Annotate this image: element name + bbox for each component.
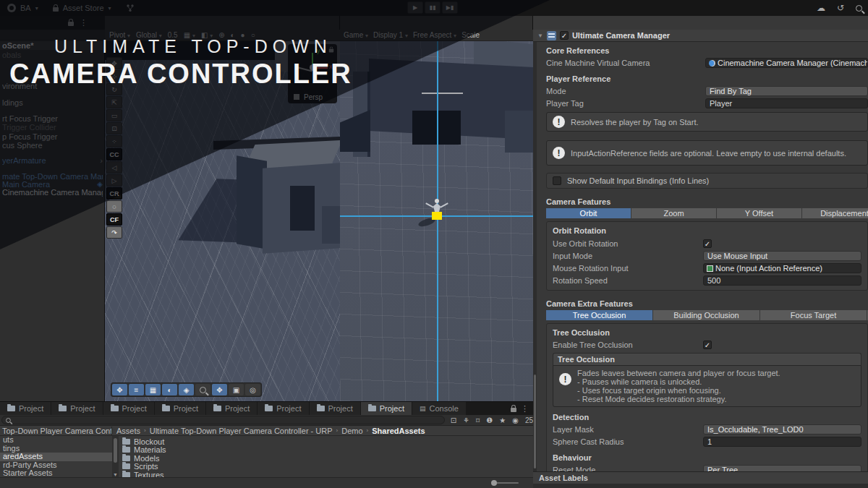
vcam-object-field[interactable]: Cinemachine Camera Manager (Cinemachine … (705, 58, 868, 68)
asset-store-menu[interactable]: Asset Store ▾ (46, 4, 119, 12)
input-mode-dropdown[interactable]: Use Mouse Input (703, 251, 861, 261)
component-enabled-checkbox[interactable]: ✓ (560, 31, 569, 40)
search-input[interactable] (14, 416, 441, 424)
feature-tab-orbit[interactable]: Orbit (546, 208, 631, 218)
tree-item[interactable]: rd-Party Assets (0, 461, 112, 470)
grid-overlay-button[interactable]: ▦ (145, 384, 161, 395)
folder-row[interactable]: Materials (122, 446, 533, 455)
use-orbit-checkbox[interactable]: ✓ (703, 239, 712, 248)
projection-mode-label[interactable]: Persp (304, 93, 323, 101)
search-by-type-icon[interactable]: ⊡ (451, 416, 456, 424)
hierarchy-item[interactable]: rt Focus Trigger (2, 114, 103, 123)
asset-labels-bar[interactable]: Asset Labels (533, 471, 868, 484)
hierarchy-item[interactable]: cus Sphere (2, 141, 103, 150)
tab-project[interactable]: Project (155, 402, 205, 415)
scene-viewport[interactable]: ✥ ⊹ ↻ ⇱ ▭ ⊡ ⁘ CC ◁ ▷ CR ◌ CF ↷ (105, 41, 340, 401)
layers-overlay-button[interactable]: ◈ (179, 384, 194, 395)
hierarchy-scene-row[interactable]: oScene* (0, 41, 103, 50)
lock-icon[interactable] (511, 408, 516, 412)
project-search-box[interactable] (1, 416, 445, 424)
scene-orientation-gizmo[interactable]: y x Persp (288, 44, 337, 103)
lock-icon[interactable] (68, 22, 74, 26)
tab-project[interactable]: Project (310, 402, 360, 415)
breadcrumb-assets[interactable]: Assets (116, 427, 140, 435)
hierarchy-item[interactable]: ldings (2, 98, 103, 107)
scrollbar-thumb[interactable] (534, 374, 536, 468)
tab-project[interactable]: Project (258, 402, 308, 415)
feature-tab-tree-occlusion[interactable]: Tree Occlusion (546, 310, 653, 320)
scroll-down-arrow[interactable]: ▼ (113, 472, 118, 477)
rect-tool-button[interactable]: ▭ (106, 109, 122, 121)
folder-row[interactable]: Scripts (122, 463, 533, 471)
foldout-icon[interactable]: ▼ (537, 33, 543, 39)
enable-tree-occlusion-checkbox[interactable]: ✓ (703, 341, 712, 349)
aspect-dropdown[interactable]: Free Aspect ▾ (413, 31, 456, 39)
scale-tool-button[interactable]: ⇱ (106, 96, 122, 108)
gizmos-overlay-button[interactable]: ✥ (212, 384, 227, 395)
component-header[interactable]: ▼ ✓ Ultimate Camera Manager (533, 30, 868, 42)
search-icon[interactable] (856, 5, 862, 12)
folder-row[interactable]: Blockout (122, 437, 533, 446)
cinemachine-cf-tool[interactable]: CF (106, 213, 122, 226)
feature-tab-yoffset[interactable]: Y Offset (717, 208, 802, 218)
follow-tool-button[interactable]: ↷ (106, 226, 122, 239)
version-control-button[interactable] (119, 4, 142, 12)
player-tag-dropdown[interactable]: Player (705, 98, 868, 108)
step-button[interactable]: ▶▮ (442, 1, 458, 14)
search-by-import-icon[interactable]: ⚘ (463, 416, 469, 424)
camera-overlay-button[interactable]: ▣ (229, 384, 244, 395)
sphere-cast-radius-field[interactable]: 1 (703, 437, 861, 447)
grid-increment-field[interactable]: 0.5 (168, 31, 178, 39)
tab-project[interactable]: Project (103, 402, 154, 415)
view-tool-button[interactable]: ✥ (106, 57, 122, 69)
grid-snap-dropdown[interactable]: ▦ ▾ (184, 31, 195, 39)
global-dropdown[interactable]: Global ▾ (136, 31, 162, 39)
feature-tab-displacement[interactable]: Displacement (802, 208, 868, 218)
kebab-menu-icon[interactable]: ⋮ (521, 404, 529, 414)
layer-mask-dropdown[interactable]: Is_Occludable, Tree_LOD0 (703, 424, 861, 435)
feature-tab-focus-target[interactable]: Focus Target (760, 310, 867, 320)
scene-audio-button[interactable]: ● (241, 31, 245, 39)
tree-item-selected[interactable]: aredAssets (0, 453, 112, 461)
hierarchy-item[interactable]: vironment (2, 82, 103, 90)
reset-mode-dropdown[interactable]: Per Tree (703, 465, 861, 471)
play-button[interactable]: ▶ (407, 1, 423, 14)
scrollbar-thumb[interactable] (114, 438, 117, 463)
tab-project[interactable]: Project (361, 402, 412, 415)
favorites-star-icon[interactable]: ★ (499, 416, 506, 424)
tree-item[interactable]: tings (0, 445, 112, 453)
breadcrumb-current[interactable]: SharedAssets (372, 427, 425, 435)
tree-item[interactable]: uts (0, 436, 112, 445)
lighting-overlay-button[interactable]: ◐ (162, 384, 177, 395)
tab-console[interactable]: ▤Console (412, 402, 466, 415)
hidden-count-icon[interactable]: ❶ (486, 416, 493, 424)
feature-tab-building-occlusion[interactable]: Building Occlusion (653, 310, 760, 320)
folder-row[interactable]: Models (122, 454, 533, 463)
game-target-dropdown[interactable]: Game ▾ (344, 31, 368, 39)
tab-project[interactable]: Project (206, 402, 257, 415)
search-by-label-icon[interactable]: ⌑ (476, 416, 480, 424)
orbit-tool-button[interactable]: ◌ (106, 200, 122, 213)
breadcrumb-package[interactable]: Ultimate Top-Down Player Camera Controll… (150, 427, 333, 435)
gizmo-lock-icon[interactable] (329, 49, 333, 53)
hierarchy-item[interactable]: obals (2, 51, 103, 59)
move-overlay-button[interactable]: ✥ (112, 384, 127, 395)
tree-item[interactable]: Starter Assets (0, 469, 112, 478)
show-bindings-checkbox[interactable] (553, 176, 561, 185)
settings-overlay-button[interactable]: ≡ (129, 384, 144, 395)
slider-knob[interactable] (491, 480, 497, 486)
rotation-speed-field[interactable]: 500 (703, 275, 861, 286)
rotate-tool-button[interactable]: ↻ (106, 83, 122, 95)
search-overlay-button[interactable] (195, 384, 210, 395)
tab-project[interactable]: Project (0, 402, 51, 415)
pause-button[interactable]: ▮▮ (425, 1, 441, 14)
account-menu[interactable]: BA ▾ (0, 4, 46, 12)
kebab-menu-icon[interactable]: ⋮ (80, 18, 88, 27)
compass-overlay-button[interactable]: ◎ (245, 384, 260, 395)
cinemachine-cc-tool[interactable]: CC (106, 148, 122, 160)
display-dropdown[interactable]: Display 1 ▾ (373, 31, 408, 39)
custom-tool-button[interactable]: ⁘ (106, 135, 122, 147)
hierarchy-item-selected[interactable]: Cinemachine Camera Manager (2, 188, 103, 197)
move-tool-button[interactable]: ⊹ (106, 70, 122, 82)
mouse-input-object-field[interactable]: None (Input Action Reference) (703, 263, 861, 273)
